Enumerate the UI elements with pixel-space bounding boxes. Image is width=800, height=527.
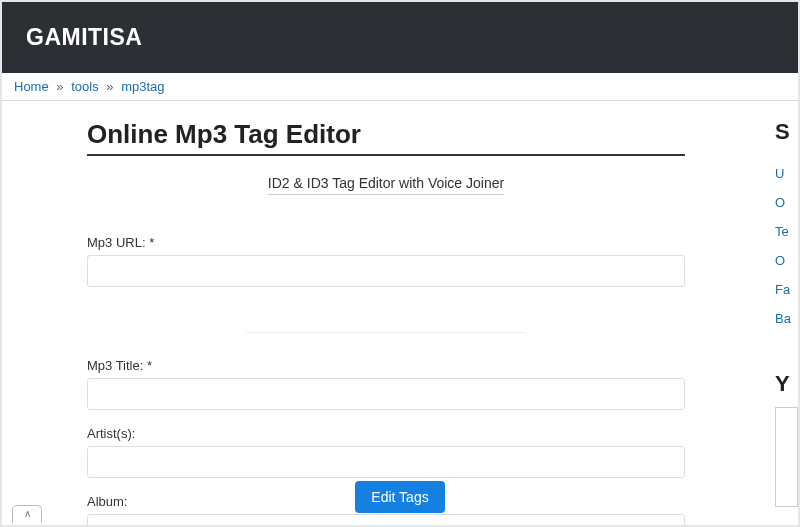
artist-group: Artist(s):: [87, 426, 685, 478]
url-label: Mp3 URL: *: [87, 235, 685, 250]
sidebar-link[interactable]: O: [775, 246, 798, 275]
sidebar-link[interactable]: Fa: [775, 275, 798, 304]
breadcrumb: Home » tools » mp3tag: [2, 73, 798, 101]
sidebar-link[interactable]: Ba: [775, 304, 798, 333]
sidebar: S U O Te O Fa Ba Y: [770, 111, 798, 527]
submit-row: Edit Tags: [2, 481, 798, 513]
artist-label: Artist(s):: [87, 426, 685, 441]
breadcrumb-current[interactable]: mp3tag: [121, 79, 164, 94]
sidebar-link[interactable]: Te: [775, 217, 798, 246]
sidebar-link[interactable]: U: [775, 159, 798, 188]
main-column: Online Mp3 Tag Editor ID2 & ID3 Tag Edit…: [2, 111, 770, 527]
breadcrumb-home[interactable]: Home: [14, 79, 49, 94]
divider: [246, 332, 526, 333]
title-input[interactable]: [87, 378, 685, 410]
breadcrumb-sep: »: [56, 79, 63, 94]
album-input[interactable]: [87, 514, 685, 527]
scroll-top-tab[interactable]: ∧: [12, 505, 42, 523]
url-input[interactable]: [87, 255, 685, 287]
title-label: Mp3 Title: *: [87, 358, 685, 373]
breadcrumb-sep: »: [106, 79, 113, 94]
sidebar-heading-1: S: [775, 119, 798, 145]
content: Online Mp3 Tag Editor ID2 & ID3 Tag Edit…: [2, 101, 798, 527]
sidebar-link[interactable]: O: [775, 188, 798, 217]
site-logo[interactable]: GAMITISA: [26, 24, 774, 51]
artist-input[interactable]: [87, 446, 685, 478]
url-group: Mp3 URL: *: [87, 235, 685, 287]
breadcrumb-tools[interactable]: tools: [71, 79, 98, 94]
page-title: Online Mp3 Tag Editor: [87, 119, 685, 156]
sidebar-heading-2: Y: [775, 371, 798, 397]
page-subtitle: ID2 & ID3 Tag Editor with Voice Joiner: [268, 175, 504, 195]
title-group: Mp3 Title: *: [87, 358, 685, 410]
header: GAMITISA: [2, 2, 798, 73]
edit-tags-button[interactable]: Edit Tags: [355, 481, 444, 513]
